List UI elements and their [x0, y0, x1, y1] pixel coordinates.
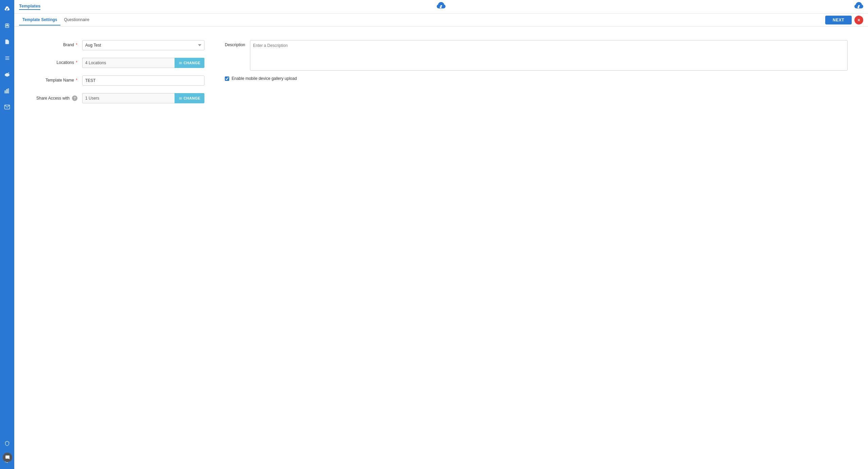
locations-control: 4 Locations CHANGE: [82, 58, 204, 68]
svg-rect-6: [5, 91, 5, 93]
brand-label: Brand *: [35, 40, 82, 47]
form-layout: Brand * Aug Test Locations * 4 Locations: [35, 40, 848, 111]
enable-gallery-row: Enable mobile device gallery upload: [225, 76, 848, 81]
sidebar-item-analytics[interactable]: [2, 86, 12, 96]
sidebar: [0, 0, 14, 469]
svg-rect-5: [5, 59, 9, 59]
tab-actions: NEXT ×: [825, 16, 863, 24]
description-row: Description: [225, 40, 848, 71]
share-access-help-icon[interactable]: ?: [72, 95, 77, 101]
locations-display: 4 Locations: [82, 58, 175, 68]
template-name-input[interactable]: [82, 75, 204, 86]
svg-rect-16: [179, 99, 182, 99]
share-access-change-button[interactable]: CHANGE: [175, 93, 204, 103]
sidebar-item-inbox[interactable]: [2, 102, 12, 112]
main-content: Templates Template Settings Questionnair…: [14, 0, 868, 469]
svg-rect-13: [179, 64, 182, 64]
tabbar: Template Settings Questionnaire NEXT ×: [14, 14, 868, 27]
svg-rect-4: [5, 58, 9, 58]
sidebar-item-security[interactable]: [2, 438, 12, 449]
share-change-icon: [179, 97, 182, 100]
topbar-title: Templates: [19, 3, 40, 10]
form-left: Brand * Aug Test Locations * 4 Locations: [35, 40, 204, 111]
svg-rect-8: [8, 89, 8, 93]
change-icon: [179, 61, 182, 65]
svg-rect-2: [5, 26, 9, 28]
locations-split: 4 Locations CHANGE: [82, 58, 204, 68]
svg-rect-12: [179, 63, 182, 63]
share-access-label: Share Access with ?: [35, 93, 82, 101]
brand-row: Brand * Aug Test: [35, 40, 204, 50]
share-access-split: 1 Users CHANGE: [82, 93, 204, 103]
close-icon: ×: [857, 17, 860, 23]
template-name-required: *: [75, 78, 77, 83]
chat-icon: [5, 455, 10, 460]
sidebar-logo[interactable]: [2, 4, 12, 14]
svg-rect-3: [5, 56, 9, 57]
svg-rect-14: [179, 97, 182, 98]
template-name-row: Template Name *: [35, 75, 204, 86]
sidebar-item-campaigns[interactable]: [2, 69, 12, 80]
svg-rect-15: [179, 98, 182, 99]
description-textarea[interactable]: [250, 40, 848, 71]
locations-change-button[interactable]: CHANGE: [175, 58, 204, 68]
content-area: Brand * Aug Test Locations * 4 Locations: [14, 27, 868, 469]
tab-template-settings[interactable]: Template Settings: [19, 15, 60, 25]
enable-gallery-label: Enable mobile device gallery upload: [232, 76, 297, 81]
brand-select[interactable]: Aug Test: [82, 40, 204, 50]
description-label: Description: [225, 40, 245, 47]
enable-gallery-checkbox[interactable]: [225, 76, 229, 81]
sidebar-item-dashboard[interactable]: [2, 20, 12, 31]
sidebar-item-documents[interactable]: [2, 37, 12, 47]
form-right: Description Enable mobile device gallery…: [225, 40, 848, 111]
brand-control: Aug Test: [82, 40, 204, 50]
sidebar-item-list[interactable]: [2, 53, 12, 63]
topbar-right-logo: [854, 2, 863, 11]
next-button[interactable]: NEXT: [825, 16, 852, 24]
locations-required: *: [75, 60, 77, 65]
brand-required: *: [75, 42, 77, 47]
close-button[interactable]: ×: [854, 16, 863, 24]
locations-label: Locations *: [35, 58, 82, 65]
template-name-label: Template Name *: [35, 75, 82, 83]
chat-button[interactable]: [3, 453, 12, 462]
tab-questionnaire[interactable]: Questionnaire: [60, 15, 93, 25]
share-access-display: 1 Users: [82, 93, 175, 103]
svg-rect-7: [6, 89, 7, 93]
share-access-control: 1 Users CHANGE: [82, 93, 204, 103]
share-access-row: Share Access with ? 1 Users CHANGE: [35, 93, 204, 103]
locations-row: Locations * 4 Locations CHANGE: [35, 58, 204, 68]
template-name-control: [82, 75, 204, 86]
topbar-center-logo: [437, 2, 446, 11]
topbar: Templates: [14, 0, 868, 14]
svg-rect-11: [179, 62, 182, 62]
